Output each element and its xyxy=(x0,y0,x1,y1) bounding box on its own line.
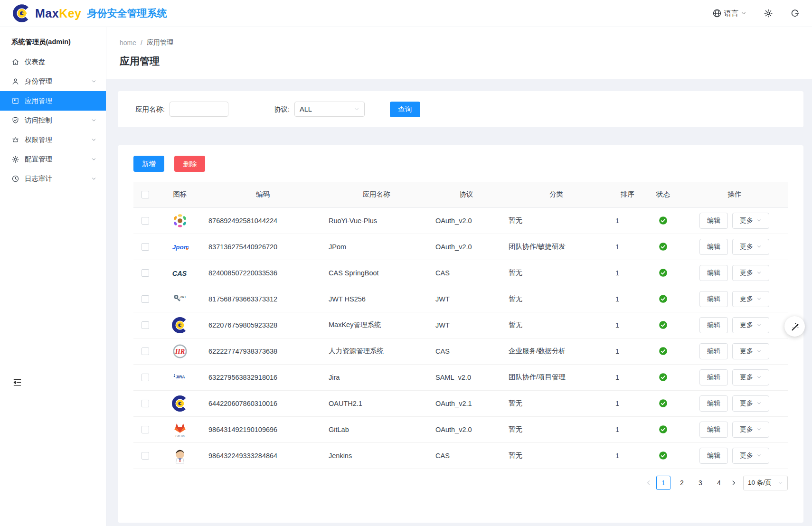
row-checkbox[interactable] xyxy=(142,426,149,433)
row-checkbox[interactable] xyxy=(142,295,149,303)
table-header-row: 图标编码应用名称协议分类排序状态操作 xyxy=(133,182,788,207)
more-button-label: 更多 xyxy=(740,243,753,251)
check-circle-icon xyxy=(659,294,668,303)
row-checkbox[interactable] xyxy=(142,452,149,460)
row-select-cell xyxy=(133,390,157,416)
app-name-filter-input[interactable] xyxy=(170,102,228,117)
logout-icon[interactable] xyxy=(790,9,800,18)
sidebar-item-身份管理[interactable]: 身份管理 xyxy=(0,72,106,91)
product-title: 身份安全管理系统 xyxy=(87,7,167,20)
pagination-next-icon[interactable] xyxy=(730,479,737,486)
breadcrumb-home[interactable]: home xyxy=(120,39,136,47)
jenkins-logo xyxy=(171,447,189,464)
floating-action-button[interactable] xyxy=(784,316,805,337)
more-button[interactable]: 更多 xyxy=(732,343,769,359)
app-category: 团队协作/项目管理 xyxy=(503,364,610,390)
column-header-编码: 编码 xyxy=(203,182,323,207)
delete-button[interactable]: 删除 xyxy=(174,156,205,172)
edit-button[interactable]: 编辑 xyxy=(699,369,728,385)
table-row: CAS824008507220033536CAS SpringBootCAS暂无… xyxy=(133,260,788,286)
sidebar-item-日志审计[interactable]: 日志审计 xyxy=(0,169,106,188)
edit-button[interactable]: 编辑 xyxy=(699,239,728,255)
pagination-page-2[interactable]: 2 xyxy=(675,476,689,490)
edit-button[interactable]: 编辑 xyxy=(699,422,728,438)
pagination-page-1[interactable]: 1 xyxy=(656,476,670,490)
chevron-down-icon xyxy=(756,322,762,328)
settings-icon[interactable] xyxy=(764,9,773,18)
edit-button[interactable]: 编辑 xyxy=(699,213,728,229)
more-button[interactable]: 更多 xyxy=(732,369,769,385)
edit-button[interactable]: 编辑 xyxy=(699,343,728,359)
check-circle-icon xyxy=(659,425,668,434)
row-select-cell xyxy=(133,442,157,469)
app-sort: 1 xyxy=(610,338,645,364)
shield-icon xyxy=(11,116,19,124)
chevron-down-icon xyxy=(756,401,762,406)
chevron-down-icon xyxy=(756,296,762,301)
sidebar-item-配置管理[interactable]: 配置管理 xyxy=(0,150,106,169)
pagination-page-4[interactable]: 4 xyxy=(712,476,726,490)
column-header-状态: 状态 xyxy=(645,182,681,207)
pagination-prev-icon[interactable] xyxy=(645,479,652,486)
app-icon-cell: JWT xyxy=(157,286,203,312)
actions-cell: 编辑更多 xyxy=(681,234,788,260)
jwt-logo: JWT xyxy=(171,291,189,308)
chevron-down-icon xyxy=(756,270,762,275)
row-checkbox[interactable] xyxy=(142,400,149,407)
page-head: home / 应用管理 应用管理 xyxy=(106,27,812,79)
status-cell xyxy=(645,416,681,442)
actions-cell: 编辑更多 xyxy=(681,286,788,312)
app-code: 986432249333284864 xyxy=(203,442,323,469)
edit-button[interactable]: 编辑 xyxy=(699,265,728,281)
app-name: CAS SpringBoot xyxy=(323,260,430,286)
more-button[interactable]: 更多 xyxy=(732,448,769,464)
sidebar-item-应用管理[interactable]: 应用管理 xyxy=(0,91,106,111)
status-cell xyxy=(645,234,681,260)
app-code: 837136275440926720 xyxy=(203,234,323,260)
app-protocol: JWT xyxy=(430,312,503,338)
language-switcher[interactable]: 语言 xyxy=(712,9,746,18)
chevron-down-icon xyxy=(354,106,359,112)
sidebar-item-仪表盘[interactable]: 仪表盘 xyxy=(0,52,106,72)
row-checkbox[interactable] xyxy=(142,348,149,355)
actions-cell: 编辑更多 xyxy=(681,364,788,390)
more-button[interactable]: 更多 xyxy=(732,422,769,438)
app-name: Jenkins xyxy=(323,442,430,469)
chevron-down-icon xyxy=(91,137,96,142)
row-select-cell xyxy=(133,234,157,260)
app-category: 暂无 xyxy=(503,390,610,416)
more-button[interactable]: 更多 xyxy=(732,395,769,412)
brand-key: Key xyxy=(59,7,81,20)
more-button[interactable]: 更多 xyxy=(732,213,769,229)
row-checkbox[interactable] xyxy=(142,269,149,277)
edit-button[interactable]: 编辑 xyxy=(699,448,728,464)
more-button[interactable]: 更多 xyxy=(732,239,769,255)
protocol-select[interactable]: ALL xyxy=(294,102,365,117)
sidebar-item-权限管理[interactable]: 权限管理 xyxy=(0,130,106,150)
app-sort: 1 xyxy=(610,364,645,390)
select-all-checkbox[interactable] xyxy=(142,191,149,198)
table-row: JIRA632279563832918016JiraSAML_v2.0团队协作/… xyxy=(133,364,788,390)
row-checkbox[interactable] xyxy=(142,217,149,225)
more-button-label: 更多 xyxy=(740,451,753,460)
sidebar-item-label: 日志审计 xyxy=(25,174,52,183)
pagination-page-3[interactable]: 3 xyxy=(693,476,708,490)
search-button[interactable]: 查询 xyxy=(390,102,420,117)
more-button[interactable]: 更多 xyxy=(732,291,769,307)
add-button[interactable]: 新增 xyxy=(133,156,164,172)
table-row: 986432249333284864JenkinsCAS暂无1编辑更多 xyxy=(133,442,788,469)
more-button[interactable]: 更多 xyxy=(732,317,769,333)
row-checkbox[interactable] xyxy=(142,243,149,251)
edit-button[interactable]: 编辑 xyxy=(699,291,728,307)
row-checkbox[interactable] xyxy=(142,374,149,381)
row-checkbox[interactable] xyxy=(142,321,149,329)
app-category: 暂无 xyxy=(503,207,610,234)
page-size-select[interactable]: 10 条/页 xyxy=(743,476,788,490)
row-select-cell xyxy=(133,207,157,234)
menu-fold-icon[interactable] xyxy=(12,377,22,387)
more-button[interactable]: 更多 xyxy=(732,265,769,281)
sidebar-item-访问控制[interactable]: 访问控制 xyxy=(0,111,106,130)
edit-button[interactable]: 编辑 xyxy=(699,317,728,333)
app-protocol: OAuth_v2.0 xyxy=(430,234,503,260)
edit-button[interactable]: 编辑 xyxy=(699,395,728,412)
